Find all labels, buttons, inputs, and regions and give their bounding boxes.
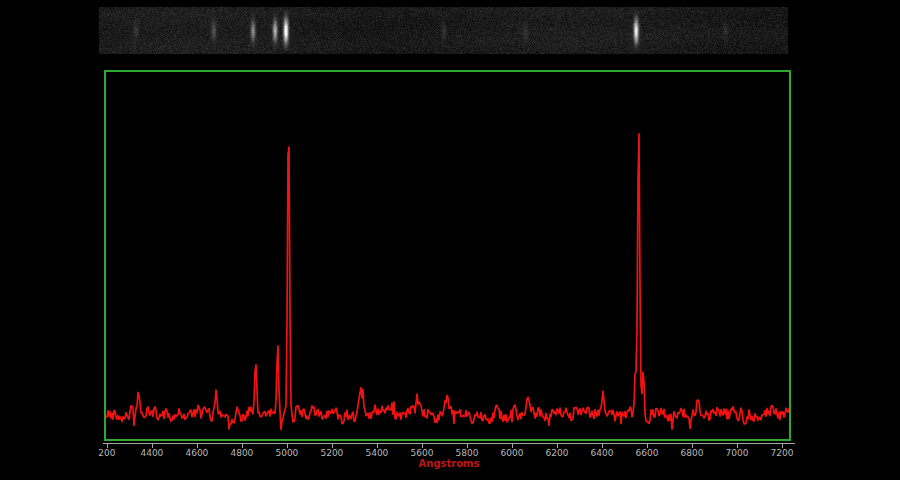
spectrum-plot-frame bbox=[104, 70, 791, 441]
x-tick-label: 7000 bbox=[726, 448, 749, 458]
x-tick-label: 5200 bbox=[320, 448, 343, 458]
x-tick-label: 6200 bbox=[546, 448, 569, 458]
x-tick-label: 7200 bbox=[771, 448, 794, 458]
x-tick-label: 200 bbox=[98, 448, 115, 458]
x-tick-label: 4600 bbox=[185, 448, 208, 458]
spectrum-plot-canvas bbox=[106, 72, 789, 439]
x-tick-label: 4400 bbox=[140, 448, 163, 458]
x-axis-title: Angstroms bbox=[103, 458, 795, 469]
x-tick-label: 5000 bbox=[275, 448, 298, 458]
x-tick-label: 4800 bbox=[230, 448, 253, 458]
x-tick-label: 6000 bbox=[501, 448, 524, 458]
x-tick-label: 5800 bbox=[456, 448, 479, 458]
2d-spectrum-strip-image bbox=[99, 7, 788, 54]
x-tick-label: 5400 bbox=[365, 448, 388, 458]
x-tick-label: 6400 bbox=[591, 448, 614, 458]
x-tick-label: 5600 bbox=[411, 448, 434, 458]
spectroscopy-display-window: 2004400460048005000520054005600580060006… bbox=[0, 0, 900, 480]
x-tick-label: 6600 bbox=[636, 448, 659, 458]
x-tick-label: 6800 bbox=[681, 448, 704, 458]
